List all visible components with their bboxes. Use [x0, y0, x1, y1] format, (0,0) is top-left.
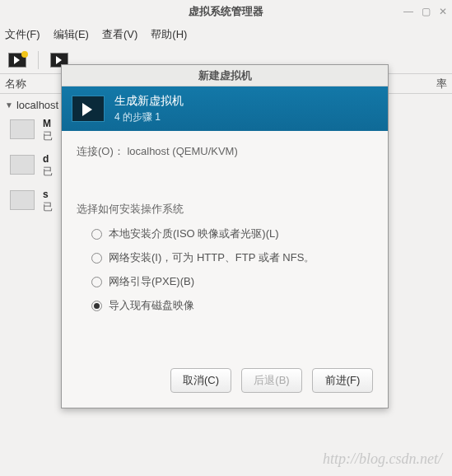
vm-status: 已: [43, 166, 53, 177]
radio-network-install[interactable]: 网络安装(I)，可为 HTTP、FTP 或者 NFS。: [77, 250, 373, 265]
radio-icon: [91, 301, 102, 311]
dialog-header-text: 生成新虚拟机 4 的步骤 1: [114, 94, 184, 124]
dialog-footer: 取消(C) 后退(B) 前进(F): [62, 368, 388, 408]
vm-status: 已: [43, 201, 53, 212]
monitor-icon: [10, 190, 35, 210]
radio-label: 导入现有磁盘映像: [109, 298, 194, 313]
expand-icon: ▼: [5, 100, 13, 110]
back-button[interactable]: 后退(B): [241, 368, 302, 393]
vm-name: M: [43, 118, 51, 129]
radio-import-disk[interactable]: 导入现有磁盘映像: [77, 298, 373, 313]
vm-info: d 已: [43, 153, 53, 179]
forward-button[interactable]: 前进(F): [312, 368, 373, 393]
connection-value: localhost (QEMU/KVM): [127, 145, 237, 157]
dialog-step-label: 4 的步骤 1: [114, 110, 184, 124]
new-vm-dialog: 新建虚拟机 生成新虚拟机 4 的步骤 1 连接(O)： localhost (Q…: [61, 64, 389, 408]
vm-info: M 已: [43, 118, 53, 143]
back-button-label: 后退(B): [254, 373, 289, 388]
separator: [38, 51, 39, 69]
monitor-new-icon: [8, 53, 26, 68]
dialog-titlebar: 新建虚拟机: [62, 65, 388, 86]
menubar: 文件(F) 编辑(E) 查看(V) 帮助(H): [0, 23, 452, 46]
vm-info: s 已: [43, 189, 53, 214]
main-window-title: 虚拟系统管理器: [0, 4, 452, 19]
dialog-header-title: 生成新虚拟机: [114, 94, 184, 109]
connection-line: 连接(O)： localhost (QEMU/KVM): [77, 144, 373, 159]
dialog-title: 新建虚拟机: [198, 68, 252, 83]
close-icon[interactable]: ✕: [439, 6, 447, 17]
minimize-icon[interactable]: —: [403, 6, 413, 17]
monitor-icon: [10, 119, 35, 139]
radio-icon: [91, 253, 102, 264]
menu-file[interactable]: 文件(F): [5, 27, 40, 42]
col-name[interactable]: 名称: [5, 77, 26, 91]
vm-status: 已: [43, 130, 53, 142]
main-titlebar: 虚拟系统管理器 — ▢ ✕: [0, 0, 452, 23]
host-label: localhost: [16, 99, 58, 111]
dialog-body: 连接(O)： localhost (QEMU/KVM) 选择如何安装操作系统 本…: [62, 131, 388, 368]
watermark-text: http://blog.csdn.net/: [323, 450, 442, 468]
radio-label: 网络引导(PXE)(B): [109, 274, 194, 289]
window-controls: — ▢ ✕: [403, 6, 447, 17]
vm-name: s: [43, 189, 49, 200]
maximize-icon[interactable]: ▢: [422, 6, 431, 17]
radio-pxe[interactable]: 网络引导(PXE)(B): [77, 274, 373, 289]
install-method-label: 选择如何安装操作系统: [77, 202, 373, 217]
menu-view[interactable]: 查看(V): [102, 27, 137, 42]
vm-name: d: [43, 153, 49, 165]
dialog-header: 生成新虚拟机 4 的步骤 1: [62, 86, 388, 131]
connection-label: 连接(O)：: [77, 145, 124, 157]
radio-label: 网络安装(I)，可为 HTTP、FTP 或者 NFS。: [109, 250, 315, 265]
monitor-icon: [10, 155, 35, 175]
new-vm-button[interactable]: [5, 49, 30, 71]
col-rate[interactable]: 率: [436, 77, 447, 91]
radio-icon: [91, 277, 102, 287]
radio-icon: [91, 229, 102, 240]
cancel-button-label: 取消(C): [183, 373, 219, 388]
forward-button-label: 前进(F): [325, 373, 361, 388]
cancel-button[interactable]: 取消(C): [170, 368, 231, 393]
radio-local-media[interactable]: 本地安装介质(ISO 映像或者光驱)(L): [77, 226, 373, 241]
monitor-play-icon: [72, 96, 105, 122]
radio-label: 本地安装介质(ISO 映像或者光驱)(L): [109, 226, 279, 241]
menu-edit[interactable]: 编辑(E): [54, 27, 89, 42]
menu-help[interactable]: 帮助(H): [151, 27, 187, 42]
